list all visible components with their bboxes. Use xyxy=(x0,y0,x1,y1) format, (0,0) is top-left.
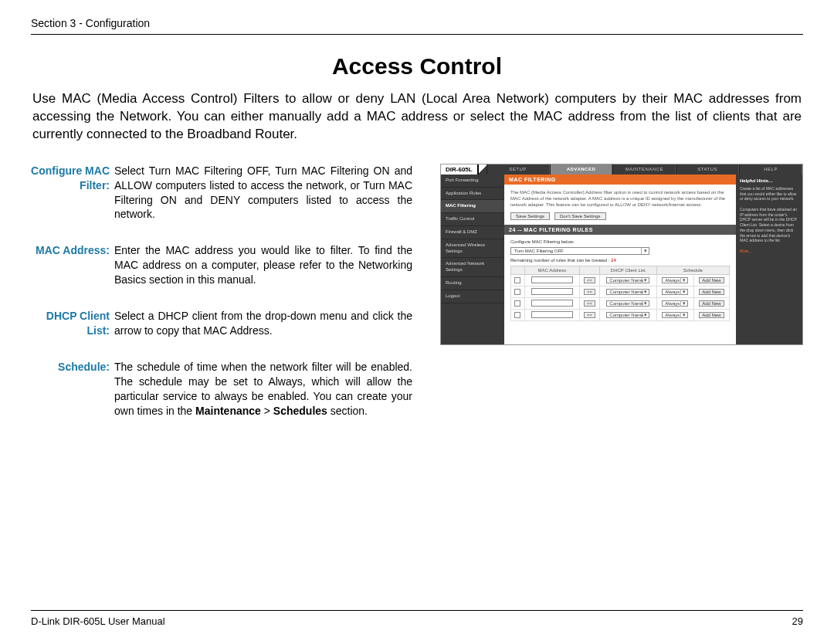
rules-intro: Configure MAC Filtering below: xyxy=(510,239,730,244)
th-blank2 xyxy=(580,266,600,275)
hints-more-link[interactable]: More… xyxy=(740,249,752,253)
tab-status[interactable]: STATUS xyxy=(676,164,739,175)
def-term: Schedule: xyxy=(31,360,114,419)
section-text: The MAC (Media Access Controller) Addres… xyxy=(510,189,730,208)
hints-p1: Create a list of MAC addresses that you … xyxy=(740,186,798,202)
row-checkbox[interactable] xyxy=(514,289,520,295)
def-term: Configure MAC Filter: xyxy=(31,164,114,222)
def-desc: Select a DHCP client from the drop-down … xyxy=(114,309,412,338)
def-desc-post: section. xyxy=(327,405,368,417)
mac-input[interactable] xyxy=(531,300,573,307)
remaining-count: 24 xyxy=(611,258,616,263)
table-row: <<Computer NameAlwaysAdd New xyxy=(511,298,730,310)
def-bold-maintenance: Maintenance xyxy=(195,405,261,417)
dhcp-client-select[interactable]: Computer Name xyxy=(606,300,649,307)
copy-arrow-button[interactable]: << xyxy=(584,289,595,295)
row-checkbox[interactable] xyxy=(514,300,520,307)
th-blank xyxy=(511,266,525,275)
section-header: Section 3 - Configuration xyxy=(31,0,803,35)
def-bold-schedules: Schedules xyxy=(273,405,327,417)
hints-panel: Helpful Hints… Create a list of MAC addr… xyxy=(736,175,802,344)
rules-table: MAC Address DHCP Client List Schedule <<… xyxy=(510,266,730,321)
router-screenshot: DIR-605L SETUP ADVANCED MAINTENANCE STAT… xyxy=(440,164,803,440)
th-schedule: Schedule xyxy=(656,266,729,275)
schedule-select[interactable]: Always xyxy=(662,300,688,307)
copy-arrow-button[interactable]: << xyxy=(584,312,595,318)
footer-left: D-Link DIR-605L User Manual xyxy=(31,615,165,627)
sidebar-item[interactable]: Logout xyxy=(441,290,504,303)
mac-input[interactable] xyxy=(531,288,573,295)
copy-arrow-button[interactable]: << xyxy=(584,277,595,283)
tab-advanced[interactable]: ADVANCED xyxy=(550,164,613,175)
mac-input[interactable] xyxy=(531,276,573,283)
section-bar: MAC FILTERING xyxy=(504,175,736,185)
intro-paragraph: Use MAC (Media Access Control) Filters t… xyxy=(32,90,802,144)
add-new-button[interactable]: Add New xyxy=(699,312,724,318)
dhcp-client-select[interactable]: Computer Name xyxy=(606,312,649,318)
table-row: <<Computer NameAlwaysAdd New xyxy=(511,310,730,321)
def-term: MAC Address: xyxy=(31,243,114,287)
add-new-button[interactable]: Add New xyxy=(699,289,724,295)
copy-arrow-button[interactable]: << xyxy=(584,300,595,307)
row-checkbox[interactable] xyxy=(514,277,520,283)
dhcp-client-select[interactable]: Computer Name xyxy=(606,277,649,283)
def-term: DHCP Client List: xyxy=(31,309,114,338)
add-new-button[interactable]: Add New xyxy=(699,277,724,283)
hints-p2: Computers that have obtained an IP addre… xyxy=(740,207,798,243)
page-title: Access Control xyxy=(31,53,803,80)
schedule-select[interactable]: Always xyxy=(662,312,688,318)
remaining-label: Remaining number of rules that can be cr… xyxy=(510,258,611,263)
sidebar-item[interactable]: MAC Filtering xyxy=(441,200,504,213)
sidebar-item[interactable]: Application Rules xyxy=(441,188,504,201)
tab-help[interactable]: HELP xyxy=(739,164,802,175)
rules-bar: 24 -- MAC FILTERING RULES xyxy=(504,225,736,235)
router-model: DIR-605L xyxy=(441,164,479,175)
th-dhcp: DHCP Client List xyxy=(599,266,656,275)
sidebar-item[interactable]: Routing xyxy=(441,277,504,290)
dont-save-button[interactable]: Don't Save Settings xyxy=(554,212,606,220)
definitions-list: Configure MAC Filter: Select Turn MAC Fi… xyxy=(31,164,412,440)
sidebar-item[interactable]: Firewall & DMZ xyxy=(441,226,504,239)
router-sidebar: Port Forwarding Application Rules MAC Fi… xyxy=(441,175,504,344)
def-desc: The schedule of time when the network fi… xyxy=(114,360,412,419)
sidebar-item[interactable]: Port Forwarding xyxy=(441,175,504,188)
save-button[interactable]: Save Settings xyxy=(510,212,550,220)
th-mac: MAC Address xyxy=(524,266,580,275)
sidebar-item[interactable]: Advanced Wireless Settings xyxy=(441,239,504,259)
def-desc: Enter the MAC address you would like to … xyxy=(114,243,412,287)
hints-title: Helpful Hints… xyxy=(740,178,798,184)
table-row: <<Computer NameAlwaysAdd New xyxy=(511,275,730,286)
tab-maintenance[interactable]: MAINTENANCE xyxy=(612,164,676,175)
footer-page: 29 xyxy=(792,615,803,627)
table-row: <<Computer NameAlwaysAdd New xyxy=(511,286,730,298)
sidebar-item[interactable]: Advanced Network Settings xyxy=(441,258,504,277)
tab-setup[interactable]: SETUP xyxy=(486,164,550,175)
def-desc: Select Turn MAC Filtering OFF, Turn MAC … xyxy=(114,164,412,222)
schedule-select[interactable]: Always xyxy=(662,277,688,283)
filter-mode-select[interactable]: Turn MAC Filtering OFF xyxy=(510,247,649,255)
row-checkbox[interactable] xyxy=(514,312,520,318)
sidebar-item[interactable]: Traffic Control xyxy=(441,213,504,226)
add-new-button[interactable]: Add New xyxy=(699,300,724,307)
mac-input[interactable] xyxy=(531,311,573,318)
schedule-select[interactable]: Always xyxy=(662,289,688,295)
def-mid: > xyxy=(261,405,273,417)
dhcp-client-select[interactable]: Computer Name xyxy=(606,289,649,295)
